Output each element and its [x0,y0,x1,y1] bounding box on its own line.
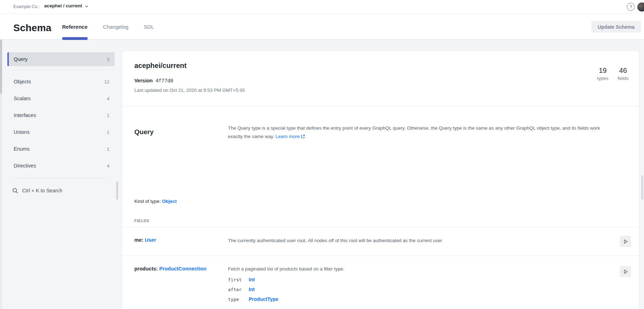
graph-summary-header: acephei/current Version 4f77d0 Last upda… [122,51,639,107]
arg-row: first Int [228,277,600,282]
schema-stats: 19 types 46 fields [597,67,629,81]
divider [13,70,109,70]
sidebar-item-count: 1 [107,130,109,135]
fields-list: me: User The currently authenticated use… [122,227,639,309]
sidebar-item-count: 1 [107,146,109,152]
sidebar-item-count: 12 [104,79,109,84]
version-line: Version 4f77d0 [134,78,173,83]
fields-section-label: FIELDS [134,219,149,223]
schema-search-trigger[interactable]: Ctrl + K to Search [7,184,115,197]
sidebar-item-label: Scalars [14,96,31,101]
version-label: Version [134,78,153,83]
tab-changelog[interactable]: Changelog [103,14,129,40]
arg-name: after [228,287,249,292]
sidebar-item-scalars[interactable]: Scalars 4 [7,90,115,107]
sidebar-item-query[interactable]: Query 3 [7,52,115,66]
schema-reference-card: acephei/current Version 4f77d0 Last upda… [122,51,639,309]
run-in-explorer-button[interactable] [620,266,631,277]
arg-name: type [228,297,249,302]
field-signature: me: User [134,237,226,243]
avatar[interactable] [637,2,644,12]
field-type-link[interactable]: ProductConnection [159,266,207,272]
org-label: Example Co.: [13,4,40,9]
schema-sidebar: Query 3 Objects 12 Scalars 4 Interfaces … [7,52,115,197]
sidebar-item-objects[interactable]: Objects 12 [7,73,115,90]
arg-row: type ProductType [228,296,600,302]
sidebar-category-list: Objects 12 Scalars 4 Interfaces 1 Unions… [7,73,115,174]
sidebar-item-unions[interactable]: Unions 1 [7,124,115,140]
learn-more-link[interactable]: Learn more [276,134,305,139]
sidebar-item-label: Interfaces [14,112,36,118]
field-args: first Int after Int type ProductType [228,277,600,302]
field-description: Fetch a paginated list of products based… [228,266,600,273]
sidebar-item-interfaces[interactable]: Interfaces 1 [7,107,115,124]
stat-fields: 46 fields [617,67,629,81]
arg-row: after Int [228,287,600,292]
sidebar-item-directives[interactable]: Directives 4 [7,157,115,174]
external-link-icon [301,135,305,138]
sidebar-scrollbar-thumb[interactable] [116,181,118,200]
sidebar-item-enums[interactable]: Enums 1 [7,140,115,157]
arg-type-link[interactable]: ProductType [249,296,279,302]
sidebar-item-count: 4 [107,163,109,169]
learn-more-label: Learn more [276,134,300,139]
divider [13,178,109,178]
stat-label: fields [617,76,629,81]
field-description: The currently authenticated user root. A… [228,237,600,244]
last-updated: Last updated on Oct 21, 2020 at 9:53 PM … [134,88,245,93]
field-signature: products: ProductConnection [134,266,226,272]
field-name: me: [134,237,145,243]
left-scrollbar[interactable] [0,40,2,309]
stat-value: 19 [597,67,608,75]
type-description: The Query type is a special type that de… [228,124,614,141]
graph-picker-dropdown[interactable]: acephei / current [44,3,88,8]
sidebar-item-label: Enums [14,146,29,152]
field-body: Fetch a paginated list of products based… [228,266,600,302]
graph-picker-label: acephei / current [44,3,82,8]
kind-of-type: Kind of type: Object [134,199,177,204]
page-header: Schema Reference Changelog SDL Update Sc… [0,14,644,40]
sidebar-item-label: Objects [14,79,31,84]
kind-value-link[interactable]: Object [162,199,177,204]
sidebar-item-label: Unions [14,129,29,135]
play-icon [623,239,628,244]
arg-type-link[interactable]: Int [249,287,255,292]
left-scrollbar-thumb[interactable] [0,40,2,94]
search-icon [12,188,18,194]
arg-name: first [228,277,249,282]
stat-label: types [597,76,608,81]
sidebar-item-label: Query [14,56,28,62]
field-body: The currently authenticated user root. A… [228,237,600,244]
help-icon: ? [630,4,632,9]
sidebar-item-label: Directives [14,163,36,169]
type-name: Query [134,128,154,136]
tab-bar: Reference Changelog SDL [62,14,154,40]
tab-reference[interactable]: Reference [62,14,88,40]
chevron-down-icon [85,5,88,8]
play-icon [623,269,628,274]
sidebar-item-count: 3 [107,57,109,62]
update-schema-button[interactable]: Update Schema [591,21,641,33]
sidebar-item-count: 4 [107,96,109,101]
field-type-link[interactable]: User [145,237,156,243]
field-name: products: [134,266,159,272]
field-row-products: products: ProductConnection Fetch a pagi… [122,256,639,309]
run-in-explorer-button[interactable] [620,236,631,247]
page-title: Schema [13,22,52,34]
topbar: Example Co.: acephei / current ? [0,0,644,14]
field-row-me: me: User The currently authenticated use… [122,227,639,256]
sidebar-item-count: 1 [107,113,109,118]
kind-label: Kind of type: [134,199,162,204]
arg-type-link[interactable]: Int [249,277,255,282]
tab-sdl[interactable]: SDL [144,14,154,40]
stat-types: 19 types [597,67,608,81]
graph-title: acephei/current [134,62,187,70]
page-scrollbar-thumb[interactable] [641,175,643,200]
search-hint: Ctrl + K to Search [22,188,62,193]
help-button[interactable]: ? [627,3,635,11]
version-hash: 4f77d0 [155,78,173,83]
stat-value: 46 [617,67,629,75]
